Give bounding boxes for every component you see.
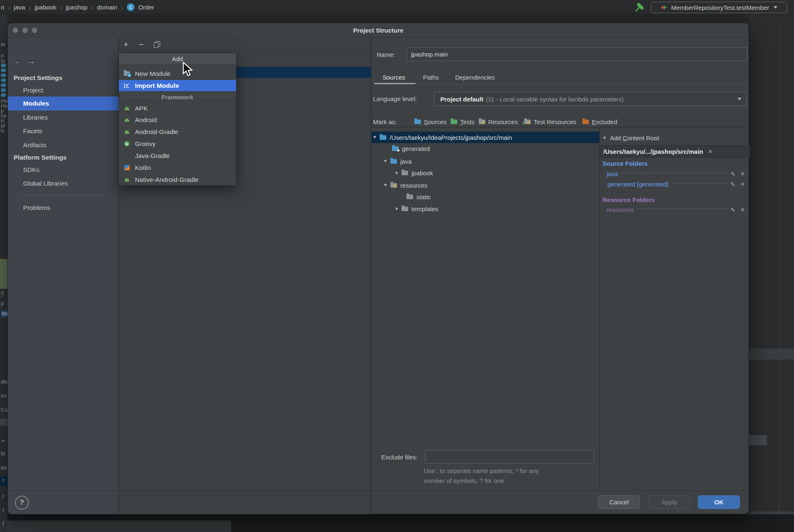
add-module-popup-menu: Add New Module Import Module Framework A…: [118, 53, 236, 186]
mouse-cursor: [182, 62, 194, 79]
remove-icon[interactable]: ✕: [740, 181, 745, 187]
module-name-input[interactable]: [406, 47, 747, 61]
sidebar-divider: [19, 195, 107, 195]
chevron-down-icon[interactable]: [373, 136, 376, 139]
remove-module-button[interactable]: −: [139, 40, 144, 49]
sidebar-item-sdks[interactable]: SDKs: [8, 165, 118, 175]
mark-as-excluded-button[interactable]: Excluded: [582, 116, 617, 127]
tab-paths[interactable]: Paths: [423, 74, 439, 84]
resource-folders-header: Resource Folders: [603, 196, 655, 203]
help-button[interactable]: ?: [15, 496, 29, 510]
menu-item-kotlin[interactable]: Kotlin: [119, 162, 236, 173]
menu-item-android[interactable]: Android: [119, 114, 236, 125]
build-hammer-icon[interactable]: [634, 2, 645, 14]
remove-content-root-icon[interactable]: ✕: [708, 148, 713, 155]
source-folder-icon: [390, 159, 397, 164]
menu-item-new-module[interactable]: New Module: [119, 68, 236, 79]
folder-icon: [402, 207, 408, 211]
tab-sources[interactable]: Sources: [383, 74, 405, 84]
sidebar-item-facets[interactable]: Facets: [8, 126, 118, 137]
exclude-files-input[interactable]: [425, 450, 594, 464]
tree-row-root[interactable]: /Users/taekyu/IdeaProjects/jpashop/src/m…: [373, 132, 512, 143]
cancel-button[interactable]: Cancel: [598, 495, 640, 509]
menu-item-java-gradle[interactable]: Java-Gradle: [119, 150, 236, 161]
tree-row-generated[interactable]: generated: [392, 143, 430, 154]
import-module-icon: [123, 83, 130, 88]
back-arrow-icon[interactable]: ←: [14, 56, 22, 66]
footer-divider: [8, 490, 749, 491]
tab-dependencies[interactable]: Dependencies: [455, 74, 495, 84]
add-content-root-button[interactable]: + Add Content Root: [603, 134, 659, 142]
menu-item-groovy[interactable]: G Groovy: [119, 138, 236, 149]
tree-row-java[interactable]: java: [384, 155, 412, 167]
strip-text-selected: Me: [1, 311, 7, 317]
source-folders-header: Source Folders: [603, 160, 647, 167]
copy-module-button[interactable]: [154, 41, 160, 47]
dialog-titlebar: Project Structure: [8, 23, 749, 38]
run-configuration-select[interactable]: MemberRepositoryTest.testMember: [651, 2, 787, 13]
remove-icon[interactable]: ✕: [740, 207, 745, 213]
strip-text: te: [1, 41, 5, 47]
remove-icon[interactable]: ✕: [740, 171, 745, 177]
tree-row-jpabook[interactable]: jpabook: [396, 167, 433, 179]
menu-item-android-gradle[interactable]: Android-Gradle: [119, 126, 236, 137]
panel-divider: [599, 127, 600, 490]
chevron-down-icon[interactable]: [384, 184, 387, 186]
source-folder-row[interactable]: generated [generated] ✎ ✕: [607, 181, 745, 188]
breadcrumb-jpashop[interactable]: jpashop: [66, 4, 87, 11]
breadcrumb-java[interactable]: java: [14, 4, 25, 11]
strip-text: f: [2, 478, 4, 484]
test-run-icon: [661, 5, 667, 9]
mark-as-test-resources-button[interactable]: Test Resources: [524, 116, 576, 127]
tree-row-resources[interactable]: resources: [384, 179, 428, 191]
menu-item-import-module[interactable]: Import Module: [119, 80, 236, 91]
chevron-down-icon: [737, 98, 742, 100]
source-folder-row[interactable]: java ✎ ✕: [607, 170, 745, 177]
breadcrumb-fragment[interactable]: n: [1, 4, 4, 11]
left-strip-dash: [1, 440, 5, 441]
name-label: Name:: [377, 51, 395, 58]
tree-row-templates[interactable]: templates: [396, 203, 438, 214]
sidebar-item-libraries[interactable]: Libraries: [8, 112, 118, 123]
ok-button[interactable]: OK: [698, 495, 740, 509]
edit-icon[interactable]: ✎: [730, 181, 735, 188]
mark-as-tests-button[interactable]: Tests: [451, 116, 475, 127]
forward-arrow-icon[interactable]: →: [27, 56, 35, 66]
breadcrumb-order[interactable]: Order: [138, 4, 154, 11]
strip-text: p: [1, 300, 4, 306]
sidebar-item-project[interactable]: Project: [8, 85, 118, 96]
mark-as-resources-button[interactable]: Resources: [479, 116, 518, 127]
strip-text: es: [1, 393, 7, 399]
breadcrumb-jpabook[interactable]: jpabook: [35, 4, 57, 11]
chevron-right-icon[interactable]: [396, 171, 398, 174]
strip-text: ic: [1, 127, 5, 134]
tree-row-static[interactable]: static: [406, 191, 431, 202]
add-module-button[interactable]: +: [123, 40, 128, 49]
sidebar-item-problems[interactable]: Problems: [8, 202, 118, 213]
excluded-folder-icon: [582, 120, 589, 124]
sidebar-item-artifacts[interactable]: Artifacts: [8, 140, 118, 151]
minimap-green-block: [0, 259, 7, 289]
strip-text: f: [2, 520, 4, 527]
mark-as-sources-button[interactable]: Sources: [414, 116, 447, 127]
resource-folder-row[interactable]: resources ✎ ✕: [607, 206, 745, 213]
chevron-down-icon[interactable]: [384, 160, 387, 162]
exclude-files-label: Exclude files:: [371, 452, 418, 462]
framework-separator: Framework: [119, 92, 236, 103]
class-icon-dot: [1, 68, 6, 72]
tab-row-divider: [374, 84, 747, 85]
breadcrumb-domain[interactable]: domain: [97, 4, 117, 11]
edit-icon[interactable]: ✎: [730, 207, 735, 213]
sidebar-item-global-libraries[interactable]: Global Libraries: [8, 178, 118, 189]
menu-item-apk[interactable]: APK: [119, 103, 236, 114]
content-root-path-row[interactable]: /Users/taekyu/.../jpashop/src/main ✕: [600, 145, 750, 158]
module-config-panel: Name: Sources Paths Dependencies Languag…: [371, 38, 749, 514]
background-band: [749, 348, 794, 360]
edit-icon[interactable]: ✎: [730, 171, 735, 177]
test-resources-folder-icon: [524, 120, 531, 124]
groovy-icon: G: [123, 141, 130, 146]
language-level-select[interactable]: Project default (11 - Local variable syn…: [434, 92, 747, 106]
chevron-right-icon[interactable]: [396, 207, 398, 210]
sidebar-item-modules[interactable]: Modules: [8, 97, 118, 111]
menu-item-native-android-gradle[interactable]: Native-Android-Gradle: [119, 174, 236, 185]
